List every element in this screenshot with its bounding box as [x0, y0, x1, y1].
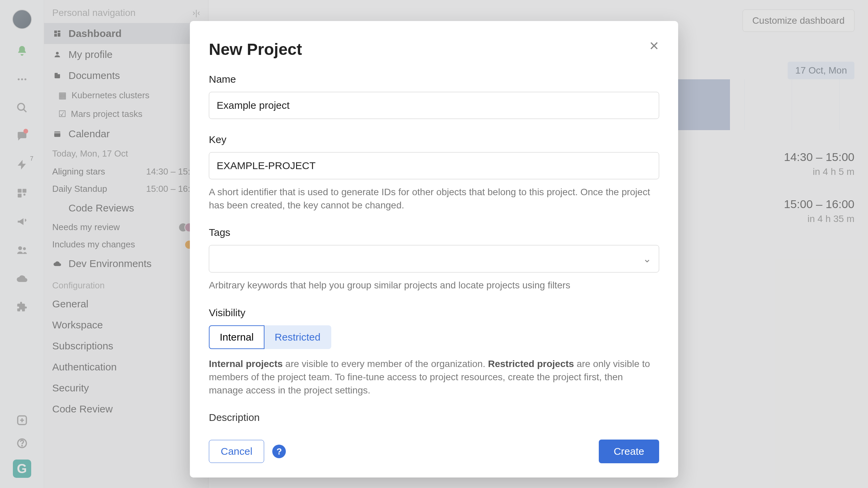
tags-label: Tags: [209, 227, 659, 238]
key-help: A short identifier that is used to gener…: [209, 185, 659, 212]
key-input[interactable]: [209, 152, 659, 179]
tags-select[interactable]: ⌄: [209, 245, 659, 272]
visibility-label: Visibility: [209, 307, 659, 319]
modal-title: New Project: [209, 40, 302, 59]
visibility-toggle: Internal Restricted: [209, 325, 659, 349]
create-button[interactable]: Create: [599, 440, 659, 463]
tags-help: Arbitrary keywords that help you group s…: [209, 279, 659, 292]
key-label: Key: [209, 134, 659, 145]
visibility-internal[interactable]: Internal: [209, 325, 264, 349]
visibility-restricted[interactable]: Restricted: [264, 325, 331, 349]
chevron-down-icon: ⌄: [643, 253, 651, 265]
name-label: Name: [209, 74, 659, 85]
close-icon[interactable]: ✕: [649, 40, 659, 52]
cancel-button[interactable]: Cancel: [209, 440, 264, 463]
visibility-help: Internal projects are visible to every m…: [209, 357, 659, 397]
name-input[interactable]: [209, 92, 659, 119]
description-label: Description: [209, 412, 659, 423]
help-icon[interactable]: ?: [272, 445, 286, 458]
new-project-modal: New Project ✕ Name Key A short identifie…: [190, 21, 678, 477]
